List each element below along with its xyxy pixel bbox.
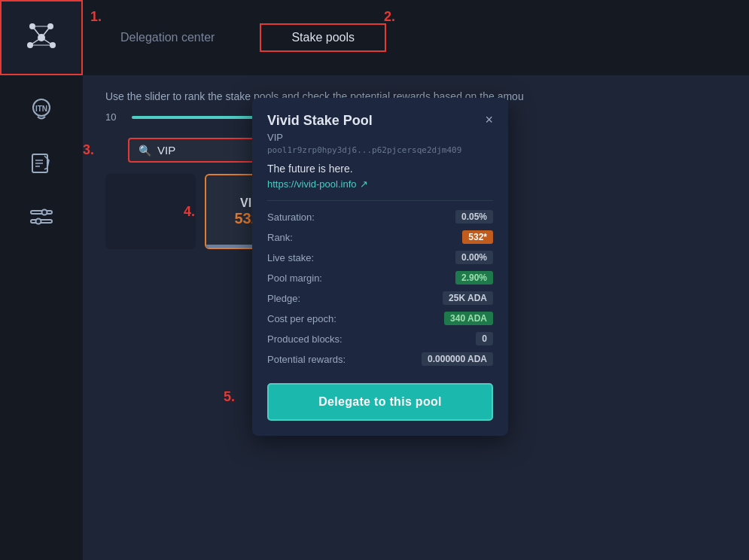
- sidebar-logo[interactable]: [0, 0, 83, 75]
- sidebar-item-itn[interactable]: ITN: [15, 89, 68, 130]
- annotation-2: 2.: [384, 9, 395, 25]
- modal-row-cost: Cost per epoch: 340 ADA: [267, 312, 493, 325]
- modal-row-pool-margin: Pool margin: 2.90%: [267, 271, 493, 285]
- potential-label: Potential rewards:: [267, 354, 346, 365]
- pool-detail-modal: Vivid Stake Pool × VIP pool1r9zrp0hpy3dj…: [252, 98, 508, 436]
- pledge-value: 25K ADA: [443, 291, 493, 305]
- pool-margin-value: 2.90%: [455, 271, 493, 285]
- modal-row-potential: Potential rewards: 0.000000 ADA: [267, 352, 493, 366]
- svg-line-5: [32, 26, 41, 38]
- produced-label: Produced blocks:: [267, 333, 343, 345]
- pool-card-bar-fill: [206, 245, 259, 248]
- live-stake-value: 0.00%: [455, 251, 493, 264]
- modal-tagline: The future is here.: [267, 163, 493, 175]
- modal-row-rank: Rank: 532*: [267, 230, 493, 244]
- modal-divider: [267, 200, 493, 201]
- tab-delegation-center[interactable]: Delegation center: [105, 25, 230, 50]
- svg-line-7: [30, 38, 41, 45]
- svg-line-8: [41, 38, 53, 45]
- external-link-icon: ↗: [360, 178, 368, 190]
- svg-point-20: [36, 218, 41, 224]
- delegate-to-pool-button[interactable]: Delegate to this pool: [267, 383, 493, 421]
- delegate-btn-wrapper: 5. Delegate to this pool: [267, 373, 493, 421]
- rank-value: 532*: [462, 230, 493, 244]
- search-box[interactable]: 🔍: [128, 138, 263, 163]
- slider-value: 10: [105, 111, 120, 123]
- pool-card-placeholder[interactable]: [105, 174, 196, 249]
- annotation-3: 3.: [83, 142, 94, 158]
- modal-row-pledge: Pledge: 25K ADA: [267, 291, 493, 305]
- tab-stake-pools[interactable]: Stake pools: [260, 23, 386, 52]
- annotation-4: 4.: [184, 204, 195, 220]
- sidebar-item-settings[interactable]: [15, 196, 68, 237]
- annotation-1: 1.: [90, 9, 102, 25]
- modal-subtitle: VIP: [267, 132, 493, 143]
- potential-value: 0.000000 ADA: [422, 352, 493, 366]
- saturation-value: 0.05%: [455, 210, 493, 224]
- sidebar: ITN: [0, 0, 83, 560]
- annotation-5: 5.: [224, 389, 235, 405]
- modal-row-produced: Produced blocks: 0: [267, 332, 493, 345]
- rank-label: Rank:: [267, 232, 293, 243]
- saturation-label: Saturation:: [267, 212, 315, 223]
- produced-value: 0: [476, 332, 493, 345]
- pledge-label: Pledge:: [267, 293, 300, 304]
- topbar: Delegation center Stake pools: [83, 0, 749, 75]
- modal-link-text: https://vivid-pool.info: [267, 178, 357, 190]
- pool-margin-label: Pool margin:: [267, 272, 322, 284]
- svg-point-19: [42, 209, 47, 215]
- modal-website-link[interactable]: https://vivid-pool.info ↗: [267, 178, 493, 190]
- live-stake-label: Live stake:: [267, 252, 314, 263]
- search-icon: 🔍: [139, 145, 151, 157]
- modal-title: Vivid Stake Pool: [267, 113, 373, 129]
- svg-line-6: [41, 26, 50, 38]
- modal-header: Vivid Stake Pool ×: [267, 113, 493, 129]
- sidebar-item-sign[interactable]: [15, 142, 68, 184]
- svg-text:ITN: ITN: [35, 105, 47, 113]
- modal-row-saturation: Saturation: 0.05%: [267, 210, 493, 224]
- modal-row-live-stake: Live stake: 0.00%: [267, 251, 493, 264]
- cost-value: 340 ADA: [444, 312, 493, 325]
- cost-label: Cost per epoch:: [267, 313, 336, 324]
- modal-pool-id: pool1r9zrp0hpy3dj6...p62pjcersqe2djm409: [267, 145, 493, 155]
- search-input[interactable]: [157, 144, 240, 157]
- close-icon[interactable]: ×: [485, 113, 493, 126]
